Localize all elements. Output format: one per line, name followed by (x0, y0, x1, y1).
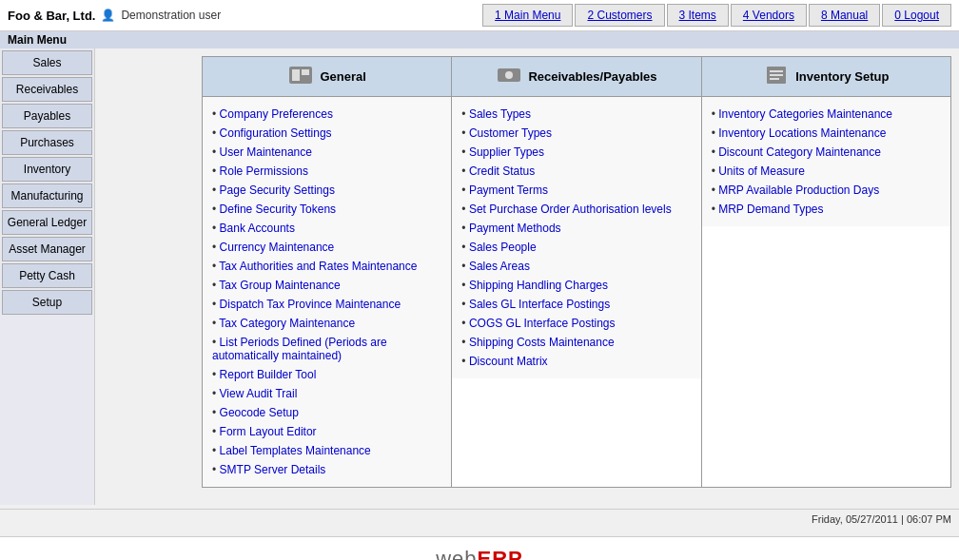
bottom-footer: webERP webERP v4.04 Copyright © weberp.o… (0, 536, 959, 560)
menu-link-sales-people[interactable]: Sales People (458, 238, 695, 257)
menu-link-view-audit-trail[interactable]: View Audit Trail (208, 384, 445, 403)
inventory-icon (763, 65, 790, 88)
column-header-label-inventory-setup: Inventory Setup (795, 69, 889, 84)
menu-link-payment-methods[interactable]: Payment Methods (458, 219, 695, 238)
nav-btn-logout[interactable]: 0 Logout (882, 4, 951, 27)
logo-web: web (436, 547, 477, 560)
sidebar-item-receivables[interactable]: Receivables (2, 77, 92, 102)
svg-point-4 (505, 71, 513, 79)
menu-title: Main Menu (8, 33, 67, 47)
menu-link-mrp-available-production-days[interactable]: MRP Available Production Days (708, 181, 945, 200)
menu-link-smtp-server-details[interactable]: SMTP Server Details (208, 460, 445, 479)
menu-link-customer-types[interactable]: Customer Types (458, 124, 695, 143)
menu-link-supplier-types[interactable]: Supplier Types (458, 143, 695, 162)
menu-link-tax-category-maintenance[interactable]: Tax Category Maintenance (208, 314, 445, 333)
footer-bar: Friday, 05/27/2011 | 06:07 PM (0, 509, 959, 529)
menu-link-units-of-measure[interactable]: Units of Measure (708, 162, 945, 181)
menu-link-sales-types[interactable]: Sales Types (458, 105, 695, 124)
column-body-receivables-payables: Sales TypesCustomer TypesSupplier TypesC… (452, 97, 700, 378)
menu-link-company-preferences[interactable]: Company Preferences (208, 105, 445, 124)
logo-erp: ERP (478, 547, 523, 560)
sidebar: SalesReceivablesPayablesPurchasesInvento… (0, 48, 95, 505)
column-header-inventory-setup: Inventory Setup (702, 57, 950, 97)
menu-link-define-security-tokens[interactable]: Define Security Tokens (208, 200, 445, 219)
sidebar-item-manufacturing[interactable]: Manufacturing (2, 183, 92, 208)
sidebar-item-purchases[interactable]: Purchases (2, 130, 92, 155)
menu-link-report-builder-tool[interactable]: Report Builder Tool (208, 365, 445, 384)
sidebar-item-asset-manager[interactable]: Asset Manager (2, 237, 92, 261)
sidebar-item-inventory[interactable]: Inventory (2, 157, 92, 182)
column-body-inventory-setup: Inventory Categories MaintenanceInventor… (702, 97, 950, 226)
menu-link-configuration-settings[interactable]: Configuration Settings (208, 124, 445, 143)
general-icon (287, 65, 314, 88)
sidebar-item-sales[interactable]: Sales (2, 50, 92, 75)
svg-rect-1 (292, 69, 300, 81)
sidebar-item-petty-cash[interactable]: Petty Cash (2, 263, 92, 288)
nav-btn-manual[interactable]: 8 Manual (809, 4, 880, 27)
menu-link-inventory-locations-maintenance[interactable]: Inventory Locations Maintenance (708, 124, 945, 143)
column-header-receivables-payables: Receivables/Payables (452, 57, 700, 97)
menu-link-credit-status[interactable]: Credit Status (458, 162, 695, 181)
main-content: GeneralCompany PreferencesConfiguration … (194, 48, 959, 505)
svg-rect-2 (302, 69, 309, 75)
top-nav: 1 Main Menu2 Customers3 Items4 Vendors8 … (482, 4, 951, 27)
svg-rect-7 (770, 74, 783, 76)
menu-link-mrp-demand-types[interactable]: MRP Demand Types (708, 200, 945, 219)
menu-link-inventory-categories-maintenance[interactable]: Inventory Categories Maintenance (708, 105, 945, 124)
menu-link-list-periods-defined-periods-are-automatically-maintained[interactable]: List Periods Defined (Periods are automa… (208, 333, 445, 365)
user-icon: 👤 (101, 9, 115, 22)
column-header-label-general: General (320, 69, 365, 84)
column-receivables-payables: Receivables/PayablesSales TypesCustomer … (452, 57, 701, 487)
receivables-icon (496, 65, 522, 88)
nav-btn-items[interactable]: 3 Items (667, 4, 729, 27)
menu-link-geocode-setup[interactable]: Geocode Setup (208, 403, 445, 422)
nav-btn-customers[interactable]: 2 Customers (575, 4, 664, 27)
menu-link-role-permissions[interactable]: Role Permissions (208, 162, 445, 181)
column-general: GeneralCompany PreferencesConfiguration … (203, 57, 452, 487)
nav-btn-vendors[interactable]: 4 Vendors (731, 4, 807, 27)
menu-link-discount-category-maintenance[interactable]: Discount Category Maintenance (708, 143, 945, 162)
menu-link-shipping-costs-maintenance[interactable]: Shipping Costs Maintenance (458, 333, 695, 352)
menu-link-dispatch-tax-province-maintenance[interactable]: Dispatch Tax Province Maintenance (208, 295, 445, 314)
nav-btn-main-menu[interactable]: 1 Main Menu (482, 4, 573, 27)
header-left: Foo & Bar, Ltd. 👤 Demonstration user (8, 9, 221, 23)
sidebar-item-setup[interactable]: Setup (2, 290, 92, 315)
columns-container: GeneralCompany PreferencesConfiguration … (202, 56, 951, 488)
menu-link-payment-terms[interactable]: Payment Terms (458, 181, 695, 200)
weberp-logo: webERP (10, 547, 949, 560)
menu-link-sales-areas[interactable]: Sales Areas (458, 257, 695, 276)
sidebar-item-payables[interactable]: Payables (2, 104, 92, 128)
menu-link-discount-matrix[interactable]: Discount Matrix (458, 352, 695, 371)
menu-link-label-templates-maintenance[interactable]: Label Templates Maintenance (208, 441, 445, 460)
column-header-label-receivables-payables: Receivables/Payables (528, 69, 656, 84)
menu-link-bank-accounts[interactable]: Bank Accounts (208, 219, 445, 238)
menu-link-cogs-gl-interface-postings[interactable]: COGS GL Interface Postings (458, 314, 695, 333)
menu-link-page-security-settings[interactable]: Page Security Settings (208, 181, 445, 200)
user-label: Demonstration user (121, 9, 221, 22)
menu-link-sales-gl-interface-postings[interactable]: Sales GL Interface Postings (458, 295, 695, 314)
menu-bar: Main Menu (0, 31, 959, 48)
sidebar-item-general-ledger[interactable]: General Ledger (2, 210, 92, 235)
menu-link-user-maintenance[interactable]: User Maintenance (208, 143, 445, 162)
svg-rect-6 (770, 70, 783, 72)
header: Foo & Bar, Ltd. 👤 Demonstration user 1 M… (0, 0, 959, 31)
datetime: Friday, 05/27/2011 | 06:07 PM (812, 513, 951, 525)
menu-link-tax-authorities-and-rates-maintenance[interactable]: Tax Authorities and Rates Maintenance (208, 257, 445, 276)
menu-link-set-purchase-order-authorisation-levels[interactable]: Set Purchase Order Authorisation levels (458, 200, 695, 219)
column-inventory-setup: Inventory SetupInventory Categories Main… (702, 57, 950, 487)
column-body-general: Company PreferencesConfiguration Setting… (203, 97, 451, 487)
svg-rect-8 (770, 78, 779, 80)
column-header-general: General (203, 57, 451, 97)
menu-link-shipping-handling-charges[interactable]: Shipping Handling Charges (458, 276, 695, 295)
menu-link-tax-group-maintenance[interactable]: Tax Group Maintenance (208, 276, 445, 295)
menu-link-form-layout-editor[interactable]: Form Layout Editor (208, 422, 445, 441)
company-name: Foo & Bar, Ltd. (8, 9, 95, 23)
menu-link-currency-maintenance[interactable]: Currency Maintenance (208, 238, 445, 257)
